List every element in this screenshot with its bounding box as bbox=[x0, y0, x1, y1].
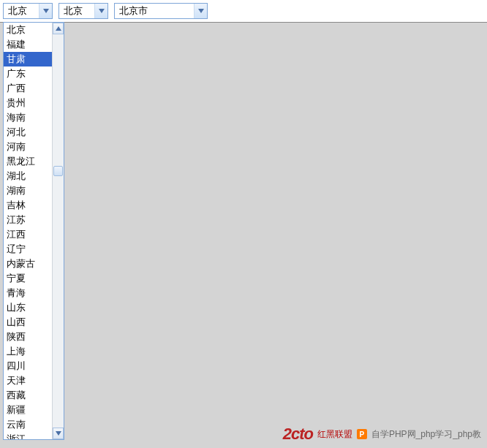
dropdown-item[interactable]: 辽宁 bbox=[4, 242, 52, 257]
dropdown-item[interactable]: 贵州 bbox=[4, 96, 52, 110]
scrollbar-thumb[interactable] bbox=[53, 166, 63, 176]
province-dropdown: 北京福建甘肃广东广西贵州海南河北河南黑龙江湖北湖南吉林江苏江西辽宁内蒙古宁夏青海… bbox=[3, 22, 64, 440]
dropdown-item[interactable]: 湖南 bbox=[4, 183, 52, 198]
dropdown-item[interactable]: 内蒙古 bbox=[4, 257, 52, 271]
dropdown-item[interactable]: 云南 bbox=[4, 417, 52, 432]
chevron-down-icon bbox=[198, 9, 204, 13]
dropdown-item[interactable]: 陕西 bbox=[4, 330, 52, 344]
chevron-up-icon bbox=[56, 26, 61, 31]
top-bar: 北京 北京 北京市 bbox=[0, 0, 487, 23]
dropdown-item[interactable]: 江苏 bbox=[4, 213, 52, 227]
dropdown-item[interactable]: 福建 bbox=[4, 37, 52, 52]
scrollbar-down-button[interactable] bbox=[53, 428, 64, 439]
district-combo-value: 北京市 bbox=[115, 3, 194, 19]
footer: 2cto 红黑联盟 P 自学PHP网_php学习_php教 bbox=[283, 425, 481, 444]
dropdown-item[interactable]: 江西 bbox=[4, 227, 52, 242]
dropdown-item[interactable]: 广西 bbox=[4, 81, 52, 96]
chevron-down-icon bbox=[43, 9, 49, 13]
chevron-down-icon bbox=[56, 431, 61, 436]
dropdown-item[interactable]: 西藏 bbox=[4, 388, 52, 403]
dropdown-item[interactable]: 吉林 bbox=[4, 198, 52, 213]
dropdown-item[interactable]: 上海 bbox=[4, 344, 52, 359]
dropdown-item[interactable]: 广东 bbox=[4, 67, 52, 81]
dropdown-scrollbar[interactable] bbox=[52, 23, 64, 439]
dropdown-item[interactable]: 河北 bbox=[4, 125, 52, 140]
scrollbar-up-button[interactable] bbox=[53, 23, 64, 34]
dropdown-item[interactable]: 宁夏 bbox=[4, 271, 52, 286]
dropdown-item[interactable]: 海南 bbox=[4, 110, 52, 125]
dropdown-item[interactable]: 浙江 bbox=[4, 432, 52, 439]
city-combo-value: 北京 bbox=[59, 3, 94, 19]
dropdown-item[interactable]: 黑龙江 bbox=[4, 154, 52, 169]
dropdown-item[interactable]: 天津 bbox=[4, 373, 52, 388]
scrollbar-track[interactable] bbox=[53, 34, 64, 428]
footer-site: 红黑联盟 bbox=[317, 428, 352, 441]
php-icon: P bbox=[357, 429, 367, 439]
district-combo[interactable]: 北京市 bbox=[114, 3, 208, 19]
province-combo-value: 北京 bbox=[4, 3, 39, 19]
province-combo-trigger[interactable] bbox=[39, 4, 52, 18]
footer-link[interactable]: 自学PHP网_php学习_php教 bbox=[371, 428, 481, 441]
province-combo[interactable]: 北京 bbox=[3, 3, 53, 19]
city-combo-trigger[interactable] bbox=[94, 4, 107, 18]
dropdown-item[interactable]: 甘肃 bbox=[4, 52, 52, 67]
dropdown-item[interactable]: 北京 bbox=[4, 23, 52, 37]
dropdown-item[interactable]: 湖北 bbox=[4, 169, 52, 183]
district-combo-trigger[interactable] bbox=[194, 4, 207, 18]
dropdown-item[interactable]: 山西 bbox=[4, 315, 52, 330]
footer-logo: 2cto bbox=[283, 425, 313, 444]
dropdown-item[interactable]: 青海 bbox=[4, 286, 52, 300]
dropdown-item[interactable]: 山东 bbox=[4, 300, 52, 315]
province-dropdown-list[interactable]: 北京福建甘肃广东广西贵州海南河北河南黑龙江湖北湖南吉林江苏江西辽宁内蒙古宁夏青海… bbox=[4, 23, 52, 439]
dropdown-item[interactable]: 河南 bbox=[4, 140, 52, 154]
dropdown-item[interactable]: 新疆 bbox=[4, 403, 52, 417]
city-combo[interactable]: 北京 bbox=[58, 3, 108, 19]
chevron-down-icon bbox=[99, 9, 105, 13]
dropdown-item[interactable]: 四川 bbox=[4, 359, 52, 373]
